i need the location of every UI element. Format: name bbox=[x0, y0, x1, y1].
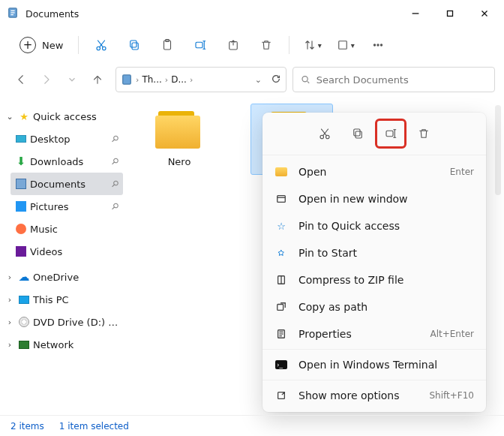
breadcrumb-chevron-down-icon[interactable]: ⌄ bbox=[255, 75, 262, 85]
ctx-open-terminal[interactable]: ›_Open in Windows Terminal bbox=[262, 351, 486, 378]
delete-button[interactable] bbox=[251, 32, 281, 59]
paste-button[interactable] bbox=[152, 32, 182, 59]
forward-button[interactable] bbox=[34, 68, 58, 92]
pin-icon: ⚲ bbox=[110, 200, 122, 212]
svg-rect-42 bbox=[278, 305, 284, 311]
dvd-icon bbox=[19, 317, 29, 327]
desktop-icon bbox=[16, 135, 26, 143]
new-label: New bbox=[42, 40, 63, 51]
copy-button[interactable] bbox=[119, 32, 149, 59]
sidebar-item-thispc[interactable]: ›This PC bbox=[0, 288, 123, 311]
ctx-open[interactable]: OpenEnter bbox=[262, 158, 486, 185]
pin-icon bbox=[274, 248, 288, 258]
svg-rect-21 bbox=[339, 41, 347, 50]
ctx-show-more[interactable]: Show more optionsShift+F10 bbox=[262, 382, 486, 409]
svg-line-27 bbox=[308, 81, 309, 83]
search-input[interactable] bbox=[316, 74, 487, 86]
breadcrumb[interactable]: › Th... › D... › ⌄ bbox=[116, 67, 286, 92]
svg-point-26 bbox=[302, 77, 308, 82]
status-selected-count: 1 item selected bbox=[59, 421, 129, 431]
ctx-compress-zip[interactable]: Compress to ZIP file bbox=[262, 266, 486, 293]
sidebar-item-network[interactable]: ›Network bbox=[0, 333, 123, 356]
accelerator: Enter bbox=[450, 167, 474, 177]
accelerator: Shift+F10 bbox=[429, 390, 474, 401]
close-button[interactable] bbox=[468, 2, 501, 25]
pictures-icon bbox=[16, 201, 26, 212]
star-icon: ★ bbox=[18, 110, 30, 122]
minimize-button[interactable] bbox=[399, 2, 432, 25]
breadcrumb-segment[interactable]: Th... bbox=[142, 74, 161, 85]
history-dropdown[interactable] bbox=[60, 68, 84, 92]
svg-rect-13 bbox=[130, 41, 136, 47]
path-icon bbox=[274, 302, 288, 312]
ctx-delete-button[interactable] bbox=[410, 120, 438, 147]
ctx-properties[interactable]: PropertiesAlt+Enter bbox=[262, 320, 486, 347]
svg-point-22 bbox=[374, 44, 376, 46]
rename-button[interactable] bbox=[185, 32, 215, 59]
quick-access[interactable]: ⌄ ★ Quick access bbox=[0, 105, 123, 128]
quick-access-label: Quick access bbox=[33, 111, 118, 122]
sidebar-item-music[interactable]: Music bbox=[10, 218, 123, 240]
up-button[interactable] bbox=[86, 68, 110, 92]
properties-icon bbox=[274, 329, 288, 339]
svg-rect-12 bbox=[132, 43, 138, 50]
breadcrumb-segment[interactable]: D... bbox=[171, 74, 187, 85]
sidebar-item-desktop[interactable]: Desktop⚲ bbox=[10, 128, 123, 150]
folder-icon bbox=[155, 110, 203, 149]
plus-icon: + bbox=[20, 37, 36, 53]
sidebar-item-dvd[interactable]: ›DVD Drive (D:) CPRA bbox=[0, 311, 123, 333]
refresh-button[interactable] bbox=[271, 74, 281, 86]
more-icon bbox=[274, 390, 288, 401]
cut-button[interactable] bbox=[86, 32, 116, 59]
maximize-button[interactable] bbox=[434, 2, 466, 25]
network-icon bbox=[19, 341, 29, 349]
folder-icon bbox=[275, 167, 287, 176]
sort-button[interactable]: ▾ bbox=[297, 32, 327, 59]
window-title: Documents bbox=[26, 8, 399, 20]
pin-icon: ⚲ bbox=[110, 155, 122, 167]
svg-rect-38 bbox=[278, 196, 286, 203]
svg-rect-33 bbox=[354, 129, 360, 136]
onedrive-icon: ☁ bbox=[18, 271, 30, 283]
pin-icon: ⚲ bbox=[110, 133, 122, 145]
search-box[interactable] bbox=[292, 67, 495, 92]
location-icon bbox=[121, 74, 133, 86]
sidebar-item-downloads[interactable]: ⬇Downloads⚲ bbox=[10, 150, 123, 173]
svg-rect-25 bbox=[123, 75, 131, 84]
new-button[interactable]: + New bbox=[12, 34, 70, 56]
pin-icon: ⚲ bbox=[110, 178, 122, 190]
sidebar-item-videos[interactable]: Videos bbox=[10, 240, 123, 263]
ctx-copy-path[interactable]: Copy as path bbox=[262, 293, 486, 320]
more-button[interactable] bbox=[363, 32, 393, 59]
pc-icon bbox=[19, 296, 29, 304]
svg-rect-16 bbox=[196, 42, 202, 48]
document-icon bbox=[16, 179, 26, 189]
sidebar-item-onedrive[interactable]: ›☁OneDrive bbox=[0, 266, 123, 288]
folder-item[interactable]: Nero bbox=[138, 104, 220, 175]
download-icon: ⬇ bbox=[15, 155, 27, 167]
chevron-down-icon: ⌄ bbox=[4, 112, 15, 122]
terminal-icon: ›_ bbox=[275, 360, 287, 369]
ctx-open-new-window[interactable]: Open in new window bbox=[262, 185, 486, 212]
svg-point-23 bbox=[377, 44, 379, 46]
chevron-right-icon: › bbox=[4, 317, 15, 327]
search-icon bbox=[301, 74, 310, 85]
ctx-copy-button[interactable] bbox=[344, 120, 372, 147]
window-icon bbox=[274, 194, 288, 204]
star-icon: ☆ bbox=[274, 221, 288, 232]
ctx-rename-button[interactable] bbox=[376, 120, 405, 147]
svg-rect-32 bbox=[356, 131, 362, 138]
ctx-cut-button[interactable] bbox=[310, 120, 339, 147]
svg-rect-5 bbox=[448, 11, 453, 17]
ctx-pin-start[interactable]: Pin to Start bbox=[262, 239, 486, 266]
chevron-right-icon: › bbox=[4, 340, 15, 350]
sidebar-item-pictures[interactable]: Pictures⚲ bbox=[10, 195, 123, 218]
share-button[interactable] bbox=[218, 32, 248, 59]
music-icon bbox=[16, 224, 26, 234]
ctx-pin-quick-access[interactable]: ☆Pin to Quick access bbox=[262, 212, 486, 239]
scrollbar[interactable] bbox=[495, 105, 501, 195]
back-button[interactable] bbox=[9, 68, 33, 92]
app-icon bbox=[8, 8, 20, 20]
sidebar-item-documents[interactable]: Documents⚲ bbox=[10, 173, 123, 195]
view-button[interactable]: ▾ bbox=[330, 32, 360, 59]
